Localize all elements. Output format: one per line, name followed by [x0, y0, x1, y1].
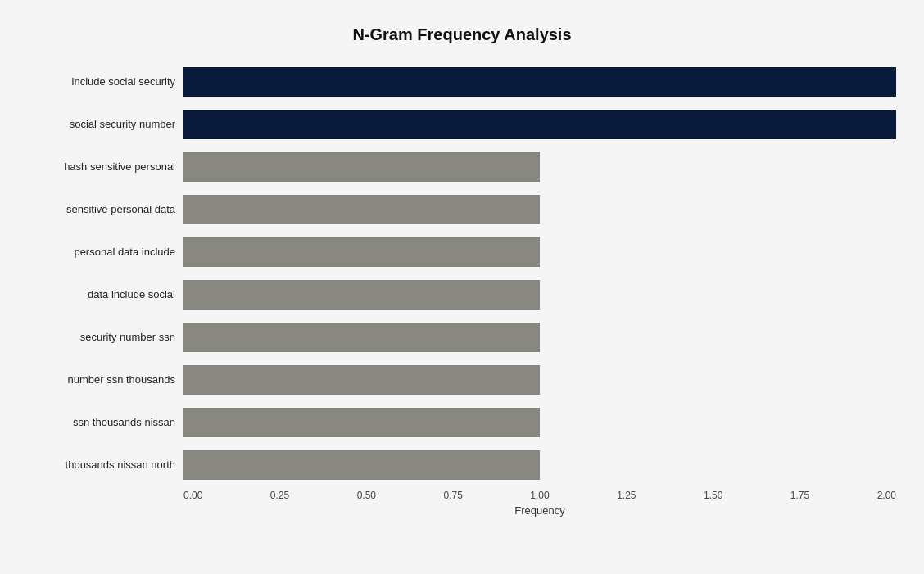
bar-fill	[183, 110, 896, 139]
bar-row: data include social	[28, 273, 896, 316]
bar-fill	[183, 152, 540, 182]
bar-fill	[183, 237, 540, 267]
bar-track	[183, 110, 896, 139]
bar-track	[183, 280, 896, 310]
bar-label: social security number	[28, 118, 183, 130]
x-tick-label: 1.00	[530, 490, 549, 501]
x-tick-label: 1.25	[617, 490, 636, 501]
bar-track	[183, 152, 896, 182]
bar-track	[183, 450, 896, 480]
bar-row: number ssn thousands	[28, 359, 896, 401]
bar-fill	[183, 408, 540, 437]
x-tick-label: 0.00	[183, 490, 202, 501]
bar-label: ssn thousands nissan	[28, 416, 183, 428]
bar-fill	[183, 67, 896, 97]
bar-label: number ssn thousands	[28, 373, 183, 386]
bar-label: include social security	[28, 75, 183, 88]
x-tick-label: 2.00	[877, 490, 896, 501]
chart-area: include social securitysocial security n…	[28, 61, 896, 486]
x-tick-label: 0.75	[443, 490, 462, 501]
bar-label: security number ssn	[28, 331, 183, 343]
bar-label: hash sensitive personal	[28, 160, 183, 173]
bar-label: sensitive personal data	[28, 203, 183, 215]
bar-row: hash sensitive personal	[28, 146, 896, 188]
x-axis-area: 0.000.250.500.751.001.251.501.752.00 Fre…	[183, 490, 896, 517]
bar-row: personal data include	[28, 231, 896, 273]
chart-container: N-Gram Frequency Analysis include social…	[11, 9, 913, 566]
bar-row: security number ssn	[28, 316, 896, 359]
bar-row: social security number	[28, 103, 896, 146]
bar-fill	[183, 323, 540, 352]
bar-track	[183, 323, 896, 352]
bar-row: sensitive personal data	[28, 188, 896, 231]
x-axis-ticks: 0.000.250.500.751.001.251.501.752.00	[183, 490, 896, 501]
bar-fill	[183, 280, 540, 310]
x-tick-label: 1.50	[704, 490, 722, 501]
bar-label: data include social	[28, 288, 183, 301]
x-axis-label: Frequency	[183, 504, 896, 517]
x-tick-label: 0.50	[357, 490, 376, 501]
bar-fill	[183, 195, 540, 224]
bar-label: thousands nissan north	[28, 459, 183, 471]
bar-track	[183, 195, 896, 224]
chart-title: N-Gram Frequency Analysis	[28, 25, 896, 44]
bar-track	[183, 365, 896, 395]
bar-fill	[183, 365, 540, 395]
bar-row: include social security	[28, 61, 896, 103]
bar-track	[183, 237, 896, 267]
x-tick-label: 1.75	[790, 490, 809, 501]
bar-row: thousands nissan north	[28, 444, 896, 486]
x-tick-label: 0.25	[270, 490, 289, 501]
bar-track	[183, 67, 896, 97]
bar-label: personal data include	[28, 246, 183, 258]
bar-fill	[183, 450, 540, 480]
bar-track	[183, 408, 896, 437]
bar-row: ssn thousands nissan	[28, 401, 896, 444]
